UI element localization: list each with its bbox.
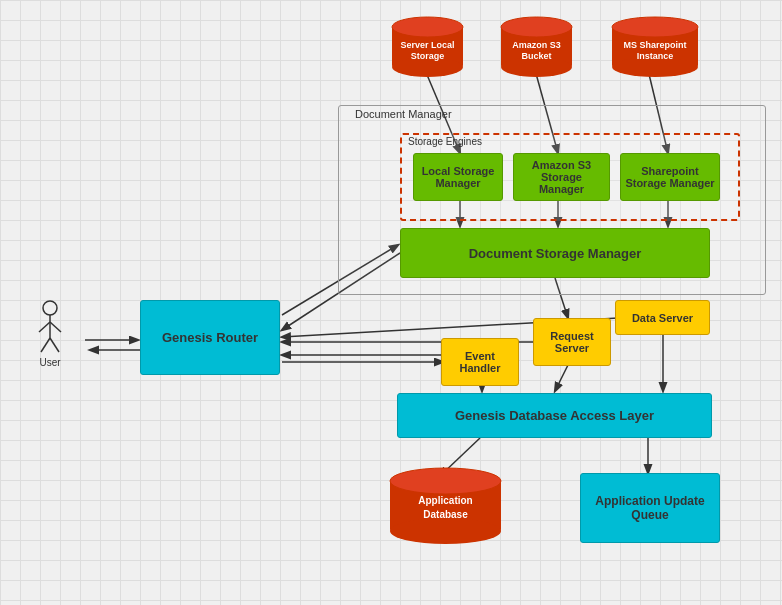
event-handler: Event Handler [441, 338, 519, 386]
svg-line-42 [39, 322, 50, 332]
ms-sharepoint-instance: MS Sharepoint Instance [610, 15, 700, 77]
svg-text:Server Local: Server Local [400, 40, 454, 50]
svg-point-40 [43, 301, 57, 315]
svg-text:Application: Application [418, 495, 472, 506]
user-figure: User [35, 300, 65, 368]
svg-text:Storage: Storage [411, 51, 445, 61]
sharepoint-storage-manager: Sharepoint Storage Manager [620, 153, 720, 201]
svg-point-31 [612, 17, 698, 37]
genesis-router: Genesis Router [140, 300, 280, 375]
document-storage-manager: Document Storage Manager [400, 228, 710, 278]
svg-text:MS Sharepoint: MS Sharepoint [623, 40, 686, 50]
application-update-queue: Application Update Queue [580, 473, 720, 543]
user-icon [35, 300, 65, 355]
svg-point-36 [390, 468, 501, 494]
svg-text:Database: Database [423, 509, 468, 520]
data-server: Data Server [615, 300, 710, 335]
diagram-area: Document Manager Storage Engines Server … [0, 0, 782, 605]
svg-text:Amazon S3: Amazon S3 [512, 40, 561, 50]
server-local-storage: Server Local Storage [390, 15, 465, 77]
svg-line-45 [50, 338, 59, 352]
svg-line-44 [41, 338, 50, 352]
svg-text:Instance: Instance [637, 51, 674, 61]
svg-line-13 [555, 365, 568, 391]
storage-engines-label: Storage Engines [408, 136, 482, 147]
amazon-s3-bucket: Amazon S3 Bucket [499, 15, 574, 77]
svg-point-26 [501, 17, 572, 37]
application-database: Application Database [388, 467, 503, 547]
svg-point-21 [392, 17, 463, 37]
svg-text:Bucket: Bucket [521, 51, 551, 61]
request-server: Request Server [533, 318, 611, 366]
genesis-db-access-layer: Genesis Database Access Layer [397, 393, 712, 438]
user-label: User [39, 357, 60, 368]
svg-point-37 [390, 518, 501, 544]
document-manager-label: Document Manager [355, 108, 452, 120]
amazon-s3-storage-manager: Amazon S3 Storage Manager [513, 153, 610, 201]
svg-line-43 [50, 322, 61, 332]
local-storage-manager: Local Storage Manager [413, 153, 503, 201]
